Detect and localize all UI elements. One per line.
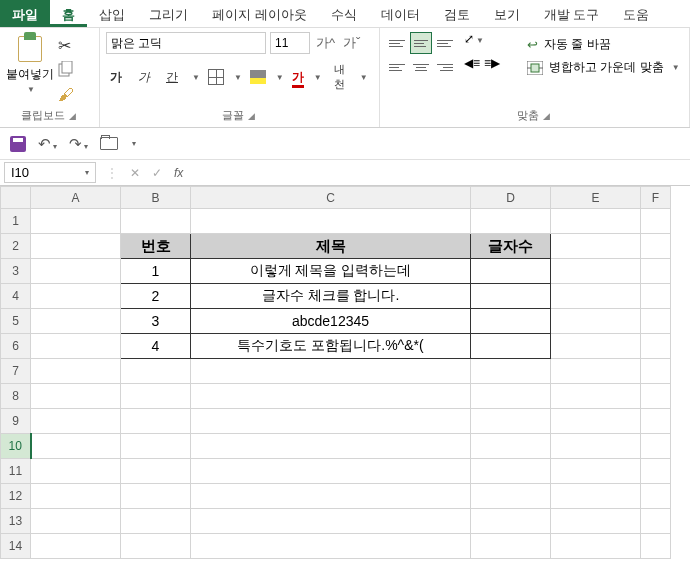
cancel-formula-icon[interactable]: ✕ [124,166,146,180]
format-painter-icon[interactable]: 🖌 [58,86,74,104]
cell[interactable] [551,209,641,234]
cut-icon[interactable]: ✂ [58,36,74,55]
row-header[interactable]: 7 [1,359,31,384]
table-row[interactable]: 4 [121,334,191,359]
cell[interactable] [641,484,671,509]
cell[interactable] [31,434,121,459]
cell[interactable] [121,384,191,409]
cell[interactable] [121,209,191,234]
cell[interactable] [191,534,471,559]
paste-icon[interactable] [14,32,46,64]
cell[interactable] [551,334,641,359]
row-header[interactable]: 13 [1,509,31,534]
tab-home[interactable]: 홈 [50,0,87,27]
cell[interactable] [641,209,671,234]
cell[interactable] [551,309,641,334]
open-folder-icon[interactable] [100,137,118,150]
name-box-dropdown-icon[interactable]: ▾ [85,168,89,177]
tab-insert[interactable]: 삽입 [87,0,137,27]
undo-icon[interactable]: ↶▾ [38,135,57,153]
tab-view[interactable]: 보기 [482,0,532,27]
cell[interactable] [31,359,121,384]
cell[interactable] [121,434,191,459]
table-row[interactable] [471,284,551,309]
name-box[interactable]: I10 ▾ [4,162,96,183]
tab-data[interactable]: 데이터 [369,0,432,27]
cell[interactable] [121,484,191,509]
increase-indent-button[interactable]: ≡▶ [484,56,500,70]
bold-button[interactable]: 가 [106,69,126,86]
fill-color-button[interactable] [250,70,266,84]
cell[interactable] [641,434,671,459]
underline-button[interactable]: 간 [162,69,182,86]
copy-icon[interactable] [58,61,74,80]
cell[interactable] [471,534,551,559]
cell[interactable] [551,484,641,509]
cell[interactable] [471,509,551,534]
table-row[interactable]: 글자수 체크를 합니다. [191,284,471,309]
align-left-button[interactable] [386,56,408,78]
table-row[interactable] [471,334,551,359]
row-header[interactable]: 14 [1,534,31,559]
cell[interactable] [191,509,471,534]
cell[interactable] [551,359,641,384]
cell[interactable] [191,409,471,434]
merge-center-button[interactable]: 병합하고 가운데 맞춤 ▼ [527,59,680,76]
increase-font-icon[interactable]: 가^ [314,34,337,52]
align-middle-button[interactable] [410,32,432,54]
cell[interactable] [121,534,191,559]
cell[interactable] [641,509,671,534]
cell[interactable] [31,284,121,309]
table-row[interactable]: 특수기호도 포함됩니다.%^&*( [191,334,471,359]
decrease-indent-button[interactable]: ◀≡ [464,56,480,70]
font-name-select[interactable] [106,32,266,54]
cell[interactable] [641,534,671,559]
cell[interactable] [121,459,191,484]
cell[interactable] [191,459,471,484]
table-row[interactable]: abcde12345 [191,309,471,334]
cell[interactable] [641,234,671,259]
table-header-title[interactable]: 제목 [191,234,471,259]
tab-draw[interactable]: 그리기 [137,0,200,27]
fx-icon[interactable]: fx [168,166,189,180]
cell[interactable] [641,334,671,359]
wrap-text-button[interactable]: ↩ 자동 줄 바꿈 [527,36,680,53]
cell[interactable] [191,359,471,384]
enter-formula-icon[interactable]: ✓ [146,166,168,180]
cell[interactable] [31,384,121,409]
cell[interactable] [31,509,121,534]
tab-layout[interactable]: 페이지 레이아웃 [200,0,319,27]
col-header-D[interactable]: D [471,187,551,209]
clipboard-launcher-icon[interactable]: ◢ [69,111,78,121]
cell[interactable] [471,209,551,234]
cell[interactable] [31,484,121,509]
row-header[interactable]: 6 [1,334,31,359]
font-size-select[interactable] [270,32,310,54]
border-button[interactable] [208,69,224,85]
cell[interactable] [641,384,671,409]
redo-icon[interactable]: ↷▾ [69,135,88,153]
cell[interactable] [551,434,641,459]
cell[interactable] [191,434,471,459]
cell[interactable] [551,459,641,484]
cell[interactable] [551,409,641,434]
decrease-font-icon[interactable]: 가ˇ [341,34,362,52]
paste-label[interactable]: 붙여넣기 [6,66,54,83]
cell[interactable] [31,409,121,434]
cell[interactable] [121,409,191,434]
cell[interactable] [471,459,551,484]
col-header-E[interactable]: E [551,187,641,209]
tab-review[interactable]: 검토 [432,0,482,27]
cell[interactable] [121,359,191,384]
row-header[interactable]: 9 [1,409,31,434]
cell[interactable] [191,384,471,409]
table-row[interactable] [471,309,551,334]
align-top-button[interactable] [386,32,408,54]
font-launcher-icon[interactable]: ◢ [248,111,257,121]
grid[interactable]: A B C D E F 1 2번호제목글자수 31이렇게 제목을 입력하는데 4… [0,186,671,559]
cell[interactable] [31,309,121,334]
cell[interactable] [31,534,121,559]
cell[interactable] [471,384,551,409]
cell[interactable] [641,284,671,309]
orientation-button[interactable]: ⤢▼ [464,32,500,46]
